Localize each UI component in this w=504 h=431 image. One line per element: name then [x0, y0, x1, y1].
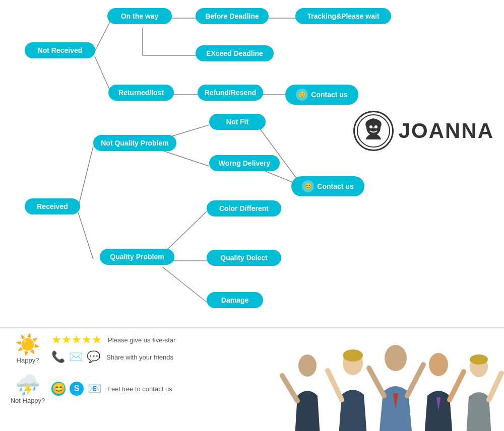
- share-row: 📞 ✉️ 💬 Share with your friends: [51, 350, 175, 364]
- node-damage: Damage: [207, 292, 263, 308]
- svg-line-25: [328, 371, 342, 400]
- bottom-left: ☀️ Happy? ★★★★★ Please give us five-star…: [0, 325, 277, 431]
- contact-icon-1: 😊: [296, 89, 308, 101]
- people-image-area: [277, 325, 504, 431]
- svg-line-0: [95, 20, 111, 51]
- svg-line-23: [282, 376, 297, 401]
- bottom-section: ☀️ Happy? ★★★★★ Please give us five-star…: [0, 325, 504, 431]
- skype-icon: S: [70, 382, 84, 396]
- contact-row: 😊 S 📧 Feel free to contact us: [51, 382, 172, 396]
- node-before-deadline: Before Deadline: [196, 8, 269, 24]
- node-contact-us-2: 😊 Contact us: [291, 176, 364, 196]
- svg-point-33: [343, 349, 363, 362]
- chat-icon: 💬: [87, 350, 100, 364]
- contact-text: Feel free to contact us: [107, 385, 172, 393]
- node-returned-lost: Returned/lost: [108, 85, 174, 101]
- svg-line-32: [489, 373, 501, 400]
- svg-line-16: [162, 267, 207, 302]
- node-not-fit: Not Fit: [209, 114, 266, 130]
- node-quality-problem: Quality Problem: [100, 249, 174, 265]
- svg-point-20: [369, 125, 372, 128]
- svg-line-14: [162, 211, 207, 254]
- phone-icon: 📞: [51, 350, 65, 364]
- node-not-received: Not Received: [25, 42, 95, 58]
- email-icon: ✉️: [69, 350, 83, 364]
- node-received: Received: [25, 198, 80, 214]
- main-container: Not Received On the way Before Deadline …: [0, 0, 504, 431]
- svg-line-9: [78, 212, 93, 259]
- mail-icon: 📧: [88, 382, 101, 395]
- node-color-different: Color Different: [207, 200, 281, 217]
- people-image: [277, 325, 504, 431]
- svg-point-22: [298, 354, 317, 377]
- node-not-quality-problem: Not Quality Problem: [93, 135, 176, 151]
- share-text: Share with your friends: [106, 353, 173, 361]
- contact-icon-2: 😊: [302, 180, 314, 192]
- svg-point-34: [470, 354, 488, 365]
- happy-row: ☀️ Happy? ★★★★★ Please give us five-star…: [10, 333, 267, 364]
- svg-line-30: [450, 372, 464, 400]
- svg-line-11: [156, 149, 209, 166]
- svg-line-28: [369, 368, 384, 396]
- contact-emoji-icon: 😊: [51, 382, 66, 396]
- brand-face-icon: [356, 113, 391, 149]
- svg-line-27: [407, 365, 423, 396]
- node-tracking-wait: Tracking&Please wait: [295, 8, 391, 24]
- brand-name: JOANNA: [399, 119, 494, 143]
- contact-icons: 😊 S 📧: [51, 382, 101, 396]
- node-on-the-way: On the way: [107, 8, 172, 24]
- cloud-rain-icon: ⛈️: [13, 373, 43, 397]
- star-icons: ★★★★★: [51, 333, 102, 346]
- svg-point-29: [429, 353, 448, 376]
- not-happy-label: Not Happy?: [11, 397, 45, 404]
- happy-label: Happy?: [17, 356, 39, 364]
- five-star-row: ★★★★★ Please give us five-star: [51, 333, 175, 346]
- node-exceed-deadline: EXceed Deadline: [196, 45, 274, 61]
- node-contact-us-1: 😊 Contact us: [285, 85, 358, 105]
- svg-point-26: [385, 345, 407, 371]
- share-icons: 📞 ✉️ 💬: [51, 350, 100, 364]
- svg-line-8: [78, 146, 93, 207]
- five-star-text: Please give us five-star: [108, 336, 175, 344]
- brand-circle: [353, 111, 394, 151]
- node-refund-resend: Refund/Resend: [198, 85, 263, 101]
- node-quality-defect: Quality Delect: [207, 250, 281, 266]
- brand-logo: JOANNA: [353, 111, 494, 151]
- node-wrong-delivery: Worng Delivery: [209, 155, 280, 171]
- not-happy-row: ⛈️ Not Happy? 😊 S 📧 Feel free to contact…: [10, 373, 267, 404]
- sun-icon: ☀️: [13, 333, 43, 356]
- svg-point-21: [374, 125, 377, 128]
